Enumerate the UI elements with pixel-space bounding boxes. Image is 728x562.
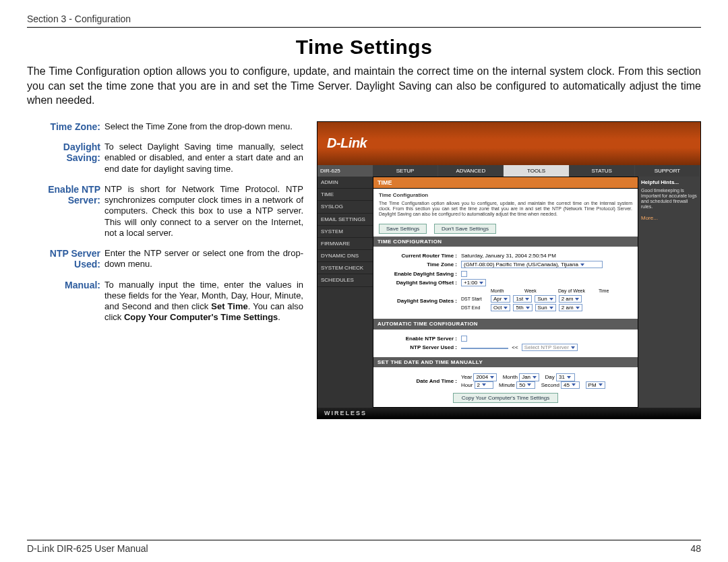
nav-syslog[interactable]: SYSLOG <box>317 201 373 213</box>
copy-time-button[interactable]: Copy Your Computer's Time Settings <box>453 393 558 403</box>
bar-timecfg: TIME CONFIGURATION <box>373 237 638 247</box>
minute-select[interactable]: 50 <box>516 381 535 389</box>
def-ntpused-label: NTP Server Used: <box>27 248 104 270</box>
def-timezone-label: Time Zone: <box>27 121 104 132</box>
dst-end-label: DST End <box>461 305 491 311</box>
dst-end-month[interactable]: Oct <box>491 304 510 311</box>
month-select[interactable]: Jan <box>519 373 539 381</box>
chevron-down-icon <box>504 298 508 301</box>
chevron-down-icon <box>572 383 576 386</box>
ntp-server-input[interactable] <box>461 348 508 349</box>
chevron-down-icon <box>571 346 575 349</box>
month-v: Jan <box>522 374 530 380</box>
enable-ntp-checkbox[interactable] <box>461 336 467 342</box>
nav-ddns[interactable]: DYNAMIC DNS <box>317 250 373 262</box>
def-ntpused: NTP Server Used: Enter the NTP server or… <box>27 248 303 270</box>
dst-end-week[interactable]: 5th <box>513 304 532 311</box>
day-select[interactable]: 31 <box>556 373 575 381</box>
def-enablentp-desc: NTP is short for Network Time Protocol. … <box>104 184 303 239</box>
router-center: TIME Time Configuration The Time Configu… <box>373 177 638 408</box>
dso-value: +1:00 <box>464 280 477 286</box>
tab-status[interactable]: STATUS <box>570 165 635 177</box>
nav-admin[interactable]: ADMIN <box>317 177 373 189</box>
col-week: Week <box>524 288 558 294</box>
nav-schedules[interactable]: SCHEDULES <box>317 274 373 286</box>
dst-end-dow-v: Sun <box>538 305 547 311</box>
dso-label: Daylight Saving Offset : <box>379 280 461 286</box>
second-v: 45 <box>564 382 570 388</box>
def-daylight: Daylight Saving: To select Daylight Savi… <box>27 142 303 175</box>
save-settings-button[interactable]: Save Settings <box>379 224 427 234</box>
minute-v: 50 <box>519 382 525 388</box>
bar-manual: SET THE DATE AND TIME MANUALLY <box>373 357 638 367</box>
nav-system[interactable]: SYSTEM <box>317 226 373 238</box>
chevron-down-icon <box>567 376 571 379</box>
ntp-server-select[interactable]: Select NTP Server <box>522 344 578 351</box>
timezone-value: (GMT-08:00) Pacific Time (US/Canada), Ti… <box>464 261 578 268</box>
intro-paragraph: The Time Configuration option allows you… <box>27 64 701 108</box>
hints-more-link[interactable]: More... <box>641 215 698 221</box>
dst-start-label: DST Start <box>461 296 491 302</box>
router-model-tab: DIR-625 <box>317 165 373 177</box>
dst-end-dow[interactable]: Sun <box>535 304 556 311</box>
page-title: Time Settings <box>27 36 701 59</box>
hints-text: Good timekeeping is important for accura… <box>641 188 698 210</box>
ampm-select[interactable]: PM <box>586 381 605 389</box>
nav-firmware[interactable]: FIRMWARE <box>317 238 373 250</box>
eds-label: Enable Daylight Saving : <box>379 271 461 277</box>
day-label: Day <box>545 374 554 380</box>
dst-start-dow-v: Sun <box>537 296 547 302</box>
tab-setup[interactable]: SETUP <box>373 165 438 177</box>
nav-time[interactable]: TIME <box>317 189 373 201</box>
minute-label: Minute <box>499 382 515 388</box>
nav-syscheck[interactable]: SYSTEM CHECK <box>317 262 373 274</box>
dlink-logo: D-Link <box>327 135 367 150</box>
def-timezone-desc: Select the Time Zone from the drop-down … <box>104 121 303 132</box>
crt-value: Saturday, January 31, 2004 2:50:54 PM <box>461 253 632 259</box>
manual-bold-copy: Copy Your Computer's Time Settings <box>124 312 278 322</box>
crt-label: Current Router Time : <box>379 253 461 259</box>
chevron-down-icon <box>576 307 580 309</box>
def-manual-label: Manual: <box>27 280 104 323</box>
year-label: Year <box>461 374 472 380</box>
year-v: 2004 <box>476 374 488 380</box>
dst-end-time[interactable]: 2 am <box>559 304 582 311</box>
dsd-label: Daylight Saving Dates : <box>379 298 461 304</box>
tab-tools[interactable]: TOOLS <box>504 165 569 177</box>
dst-start-month[interactable]: Apr <box>491 295 510 303</box>
hour-label: Hour <box>461 382 473 388</box>
dst-start-dow[interactable]: Sun <box>535 295 555 303</box>
datetime-label: Date And Time : <box>379 378 461 384</box>
col-month: Month <box>491 288 524 294</box>
hour-select[interactable]: 2 <box>475 381 493 389</box>
enable-daylight-checkbox[interactable] <box>461 271 467 277</box>
second-select[interactable]: 45 <box>561 381 580 389</box>
dso-select[interactable]: +1:00 <box>461 279 486 286</box>
nav-email[interactable]: EMAIL SETTINGS <box>317 214 373 226</box>
def-daylight-desc: To select Daylight Saving time manually,… <box>104 142 303 175</box>
chevron-down-icon <box>526 307 530 309</box>
router-header: D-Link <box>317 122 700 165</box>
dst-end-time-v: 2 am <box>562 305 574 311</box>
chevron-down-icon <box>504 307 508 309</box>
col-dow: Day of Week <box>558 288 599 294</box>
section-header: Section 3 - Configuration <box>27 13 701 28</box>
def-enablentp: Enable NTP Server: NTP is short for Netw… <box>27 184 303 239</box>
dst-start-time[interactable]: 2 am <box>559 295 582 303</box>
manual-bold-settime: Set Time <box>211 301 247 311</box>
timezone-select[interactable]: (GMT-08:00) Pacific Time (US/Canada), Ti… <box>461 261 603 268</box>
footer-left: D-Link DIR-625 User Manual <box>27 543 148 554</box>
chevron-down-icon <box>533 376 537 379</box>
tab-advanced[interactable]: ADVANCED <box>438 165 504 177</box>
year-select[interactable]: 2004 <box>473 373 497 381</box>
router-sidenav: ADMIN TIME SYSLOG EMAIL SETTINGS SYSTEM … <box>317 177 373 408</box>
router-footer: WIRELESS <box>317 408 700 418</box>
def-timezone: Time Zone: Select the Time Zone from the… <box>27 121 303 132</box>
hour-v: 2 <box>477 382 480 388</box>
dst-start-week[interactable]: 1st <box>513 295 532 303</box>
tab-support[interactable]: SUPPORT <box>635 165 700 177</box>
dst-start-time-v: 2 am <box>562 296 574 302</box>
def-ntpused-desc: Enter the NTP server or select one from … <box>104 248 303 270</box>
dont-save-button[interactable]: Don't Save Settings <box>434 224 496 234</box>
hints-title: Helpful Hints... <box>641 179 698 185</box>
